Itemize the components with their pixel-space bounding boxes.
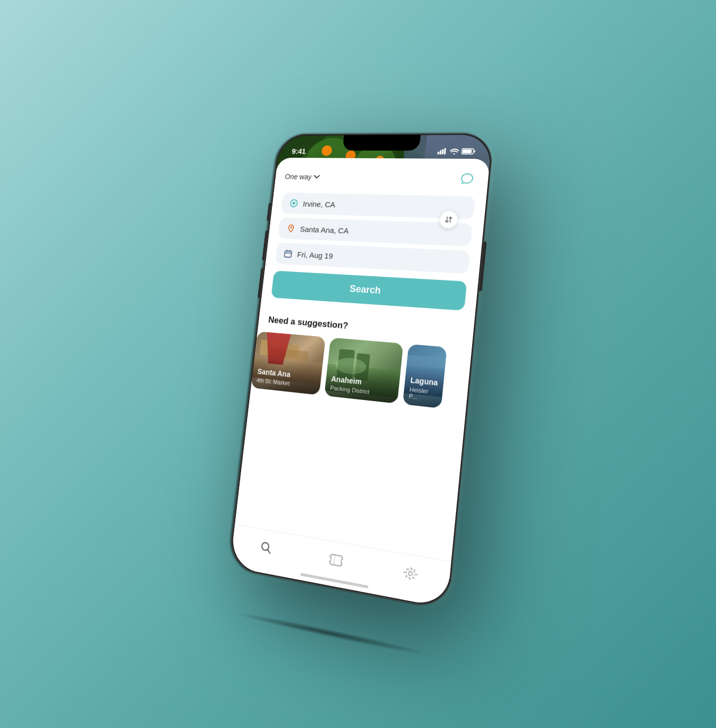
suggestion-card-anaheim[interactable]: Anaheim Packing District — [324, 338, 403, 404]
battery-icon — [461, 148, 476, 155]
phone-mockup: 9:41 — [228, 133, 494, 610]
suggestion-sub-laguna: Heisler P... — [409, 386, 437, 402]
destination-icon — [286, 223, 296, 233]
svg-rect-3 — [444, 148, 446, 155]
search-button[interactable]: Search — [271, 271, 467, 311]
hero-area: 9:41 — [261, 135, 493, 320]
status-time: 9:41 — [291, 146, 306, 155]
search-tab-icon — [259, 540, 273, 556]
svg-point-8 — [290, 226, 292, 228]
chat-icon — [459, 172, 475, 187]
svg-rect-9 — [284, 251, 292, 257]
phone-frame: 9:41 — [228, 133, 494, 610]
date-text: Fri, Aug 19 — [297, 250, 333, 260]
swap-icon — [445, 216, 453, 223]
destination-text: Santa Ana, CA — [300, 225, 349, 235]
svg-rect-0 — [437, 152, 439, 155]
svg-point-7 — [292, 202, 296, 205]
svg-point-12 — [405, 568, 415, 579]
ticket-tab-icon — [328, 552, 343, 569]
wifi-icon — [450, 148, 459, 155]
trip-type-button[interactable]: One way — [285, 173, 320, 181]
tab-settings[interactable] — [403, 565, 419, 583]
calendar-icon — [283, 249, 293, 258]
chat-button[interactable] — [456, 170, 478, 189]
origin-text: Irvine, CA — [303, 199, 336, 209]
main-content: Need a suggestion? — [235, 305, 474, 561]
gear-tab-icon — [403, 565, 419, 583]
svg-rect-1 — [439, 150, 441, 155]
trip-type-label: One way — [285, 173, 312, 181]
suggestions-row: Santa Ana 4th St. Market — [241, 331, 474, 412]
svg-point-11 — [408, 571, 412, 576]
suggestion-name-laguna: Laguna — [410, 376, 439, 388]
svg-rect-5 — [462, 150, 472, 153]
suggestion-card-laguna[interactable]: Laguna Heisler P... — [403, 344, 447, 409]
content-card: One way — [261, 158, 490, 320]
status-icons — [437, 148, 475, 155]
chevron-down-icon — [314, 175, 320, 179]
date-input-row[interactable]: Fri, Aug 19 — [275, 242, 470, 274]
origin-icon — [289, 199, 299, 208]
inputs-container: Irvine, CA — [275, 192, 475, 274]
signal-icon — [437, 148, 447, 155]
svg-rect-2 — [441, 149, 444, 155]
notch — [342, 135, 421, 151]
card-header: One way — [284, 167, 478, 189]
suggestion-card-santa-ana[interactable]: Santa Ana 4th St. Market — [251, 331, 326, 395]
tab-tickets[interactable] — [328, 552, 343, 569]
tab-search[interactable] — [259, 540, 273, 556]
